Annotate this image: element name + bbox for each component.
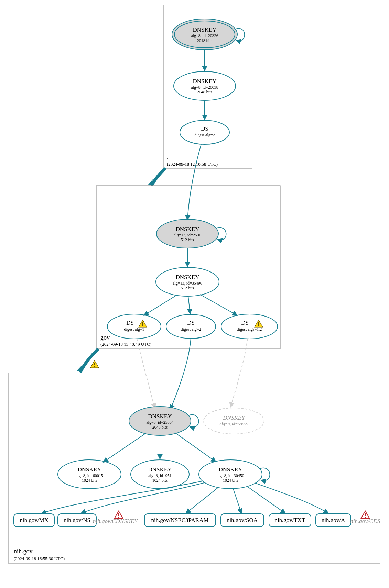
svg-text:digest alg=2: digest alg=2 — [194, 133, 215, 137]
rrset-nsec3param: nih.gov/NSEC3PARAM — [144, 514, 216, 527]
edge-gov-zsk-to-ds1 — [144, 295, 177, 315]
svg-text:alg=13, id=35496: alg=13, id=35496 — [173, 281, 202, 286]
svg-text:DS: DS — [126, 320, 134, 326]
svg-text:1024 bits: 1024 bits — [223, 478, 238, 483]
edge-z3-to-soa — [233, 489, 241, 513]
nih-zsk2-node: DNSKEY alg=8, id=951 1024 bits — [131, 460, 189, 489]
gov-ksk-node: DNSKEY alg=13, id=2536 512 bits — [156, 219, 226, 248]
rrset-cds: nih.gov/CDS — [350, 511, 380, 524]
rrset-txt: nih.gov/TXT — [269, 514, 311, 527]
svg-text:nih.gov/CDS: nih.gov/CDS — [350, 518, 380, 524]
svg-text:alg=13, id=2536: alg=13, id=2536 — [174, 233, 201, 237]
svg-text:DNSKEY: DNSKEY — [78, 466, 101, 473]
svg-text:nih.gov/CDNSKEY: nih.gov/CDNSKEY — [93, 518, 138, 524]
svg-point-35 — [221, 314, 278, 339]
svg-text:nih.gov/A: nih.gov/A — [322, 517, 345, 523]
svg-text:digest alg=1: digest alg=1 — [124, 327, 144, 332]
svg-text:DNSKEY: DNSKEY — [223, 414, 245, 421]
dnssec-auth-graph: . (2024-09-18 12:10:58 UTC) DNSKEY alg=8… — [0, 0, 389, 588]
svg-marker-19 — [148, 179, 153, 185]
zone-root-name: . — [167, 154, 169, 160]
svg-text:DNSKEY: DNSKEY — [148, 466, 172, 473]
svg-text:DNSKEY: DNSKEY — [219, 466, 242, 473]
svg-text:DNSKEY: DNSKEY — [148, 413, 172, 420]
svg-text:alg=8, id=25564: alg=8, id=25564 — [146, 420, 174, 425]
svg-text:digest algs=1,2: digest algs=1,2 — [237, 327, 262, 332]
delegation-root-to-gov — [152, 169, 164, 185]
root-ds-node: DS digest alg=2 — [180, 120, 229, 144]
svg-text:DNSKEY: DNSKEY — [176, 226, 199, 232]
svg-text:alg=8, id=20038: alg=8, id=20038 — [191, 85, 218, 90]
gov-ds2-node: DS digest alg=2 — [166, 314, 216, 339]
svg-text:nih.gov/MX: nih.gov/MX — [20, 517, 48, 523]
error-icon — [115, 511, 123, 518]
nih-ksk-node: DNSKEY alg=8, id=25564 2048 bits — [129, 407, 198, 435]
svg-text:1024 bits: 1024 bits — [152, 478, 168, 483]
svg-text:512 bits: 512 bits — [181, 237, 194, 242]
svg-point-16 — [180, 120, 229, 144]
svg-text:digest alg=2: digest alg=2 — [181, 327, 201, 332]
zone-gov-timestamp: (2024-09-18 13:40:40 UTC) — [100, 342, 151, 347]
svg-text:alg=8, id=59659: alg=8, id=59659 — [220, 422, 248, 426]
rrset-ns: nih.gov/NS — [58, 514, 96, 527]
svg-point-32 — [166, 314, 216, 339]
edge-nih-ksk-to-z3 — [175, 433, 216, 462]
svg-text:alg=8, id=60015: alg=8, id=60015 — [76, 473, 103, 478]
edge-gov-ds2-to-nih-ksk — [170, 339, 191, 410]
gov-zsk-node: DNSKEY alg=13, id=35496 512 bits — [156, 267, 219, 296]
svg-text:DS: DS — [241, 320, 249, 326]
edge-z3-to-n3p — [186, 487, 218, 513]
rrset-soa: nih.gov/SOA — [221, 514, 264, 527]
svg-text:DS: DS — [201, 125, 208, 132]
rrset-a: nih.gov/A — [316, 514, 351, 527]
edge-gov-zsk-to-ds3 — [200, 295, 237, 315]
zone-nih-name: nih.gov — [14, 548, 33, 555]
svg-text:2048 bits: 2048 bits — [197, 90, 213, 95]
zone-gov-name: gov — [100, 334, 110, 341]
svg-text:DNSKEY: DNSKEY — [193, 26, 217, 33]
warning-icon — [90, 360, 99, 368]
zone-root: . (2024-09-18 12:10:58 UTC) DNSKEY alg=8… — [163, 5, 252, 168]
error-icon — [361, 511, 369, 518]
edge-z3-to-txt — [247, 486, 285, 513]
svg-text:512 bits: 512 bits — [181, 286, 194, 290]
svg-text:2048 bits: 2048 bits — [197, 38, 213, 43]
svg-text:DNSKEY: DNSKEY — [176, 274, 199, 280]
svg-text:alg=8, id=951: alg=8, id=951 — [148, 473, 172, 478]
svg-text:alg=8, id=20326: alg=8, id=20326 — [191, 33, 218, 38]
delegation-gov-to-nih — [81, 350, 97, 371]
svg-text:nih.gov/NS: nih.gov/NS — [64, 517, 90, 523]
root-zsk-node: DNSKEY alg=8, id=20038 2048 bits — [174, 71, 236, 100]
gov-ds3-node: DS digest algs=1,2 — [221, 314, 278, 339]
nih-ghost-dnskey-node: DNSKEY alg=8, id=59659 — [204, 408, 264, 434]
svg-text:nih.gov/SOA: nih.gov/SOA — [227, 517, 258, 523]
zone-nih: nih.gov (2024-09-18 16:55:30 UTC) DNSKEY… — [9, 373, 380, 564]
svg-text:1024 bits: 1024 bits — [82, 478, 97, 483]
svg-point-29 — [107, 314, 161, 339]
edge-z3-to-a — [255, 483, 328, 513]
zone-nih-timestamp: (2024-09-18 16:55:30 UTC) — [14, 556, 65, 561]
svg-text:nih.gov/NSEC3PARAM: nih.gov/NSEC3PARAM — [151, 517, 208, 523]
gov-ds1-node: DS digest alg=1 — [107, 314, 161, 339]
svg-text:alg=8, id=30450: alg=8, id=30450 — [217, 473, 244, 478]
svg-text:DS: DS — [187, 320, 195, 326]
edge-nih-ksk-to-z1 — [103, 433, 146, 462]
nih-zsk1-node: DNSKEY alg=8, id=60015 1024 bits — [58, 460, 121, 489]
rrset-cdnskey: nih.gov/CDNSKEY — [93, 511, 138, 524]
root-ksk-node: DNSKEY alg=8, id=20326 2048 bits — [172, 19, 245, 50]
svg-point-44 — [204, 408, 264, 434]
zone-root-timestamp: (2024-09-18 12:10:58 UTC) — [167, 162, 218, 167]
edge-gov-ds1-to-nih-ksk — [137, 339, 155, 408]
rrset-mx: nih.gov/MX — [14, 514, 54, 527]
svg-text:nih.gov/TXT: nih.gov/TXT — [274, 517, 305, 523]
svg-text:DNSKEY: DNSKEY — [193, 78, 217, 85]
edge-gov-zsk-to-ds2 — [188, 296, 190, 314]
svg-text:2048 bits: 2048 bits — [152, 425, 168, 430]
edge-root-ds-to-gov-ksk — [187, 144, 201, 220]
edge-z3-to-mx — [41, 481, 202, 513]
